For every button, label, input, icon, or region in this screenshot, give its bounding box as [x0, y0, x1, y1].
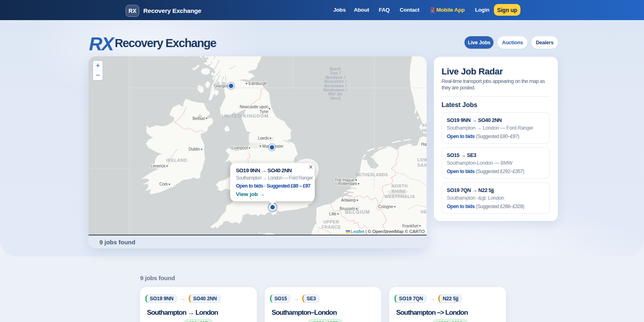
svg-text:UPPER: UPPER: [323, 219, 339, 224]
svg-text:SCHLESWIG-: SCHLESWIG-: [422, 123, 427, 128]
svg-text:Leeds: Leeds: [258, 136, 269, 140]
svg-text:UNITED KINGDOM: UNITED KINGDOM: [222, 114, 269, 118]
svg-text:Tyne: Tyne: [260, 109, 268, 114]
svg-text:NETHERLANDS: NETHERLANDS: [356, 173, 388, 177]
svg-text:Edinburgh: Edinburgh: [249, 81, 267, 86]
svg-text:Rotterdam: Rotterdam: [338, 182, 357, 186]
svg-text:LOWER: LOWER: [417, 157, 427, 162]
svg-text:Hamburg: Hamburg: [421, 142, 427, 147]
svg-text:Nordsee /: Nordsee /: [325, 75, 345, 80]
svg-text:Sea /: Sea /: [330, 71, 341, 75]
svg-text:Noordzee /: Noordzee /: [324, 79, 347, 84]
svg-text:HOLSTEIN: HOLSTEIN: [422, 128, 427, 133]
svg-text:SAXONY: SAXONY: [417, 163, 427, 167]
svg-text:Cologne: Cologne: [378, 204, 394, 209]
svg-text:RHINE-: RHINE-: [392, 189, 408, 194]
svg-text:FRANCE: FRANCE: [322, 225, 341, 229]
svg-text:Cork: Cork: [159, 182, 168, 186]
svg-text:Nord: Nord: [330, 96, 341, 101]
svg-text:Antwerp: Antwerp: [341, 198, 356, 202]
svg-text:North: North: [330, 67, 341, 71]
svg-text:Lille: Lille: [329, 212, 336, 216]
svg-text:Frankfurt: Frankfurt: [402, 224, 418, 228]
svg-text:Belfast: Belfast: [192, 116, 205, 121]
svg-text:Limerick: Limerick: [151, 164, 166, 168]
svg-text:HESSE: HESSE: [421, 209, 427, 214]
svg-text:WESTPHALIA: WESTPHALIA: [384, 194, 415, 199]
svg-text:Liverpool: Liverpool: [231, 146, 248, 150]
svg-text:Newcastle upon: Newcastle upon: [239, 105, 268, 109]
svg-text:Mer du: Mer du: [328, 92, 342, 96]
svg-text:Brussels: Brussels: [340, 206, 355, 211]
svg-text:NORTH: NORTH: [392, 184, 408, 188]
svg-text:Nordsøen /: Nordsøen /: [324, 84, 347, 88]
svg-text:Nordsjøen /: Nordsjøen /: [323, 88, 347, 92]
svg-text:Dublin: Dublin: [189, 147, 200, 151]
svg-text:IRELAND: IRELAND: [166, 158, 187, 163]
